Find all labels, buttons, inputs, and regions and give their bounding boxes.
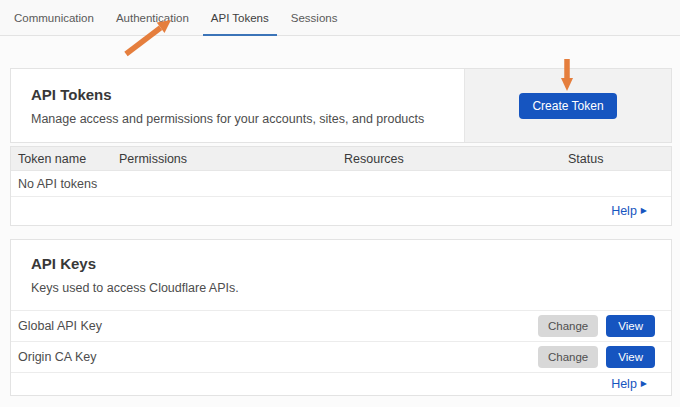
tab-authentication[interactable]: Authentication [108, 0, 197, 35]
key-name-label: Global API Key [18, 319, 538, 333]
api-keys-header: API Keys Keys used to access Cloudflare … [11, 240, 671, 310]
api-tokens-card: API Tokens Manage access and permissions… [10, 68, 672, 143]
api-tokens-subtitle: Manage access and permissions for your a… [31, 112, 444, 126]
column-header-token-name: Token name [18, 152, 119, 166]
change-origin-ca-key-button[interactable]: Change [538, 346, 598, 368]
key-name-label: Origin CA Key [18, 350, 538, 364]
api-tokens-card-text: API Tokens Manage access and permissions… [11, 69, 464, 142]
tokens-help-row: Help ▶ [11, 197, 671, 225]
keys-help-link[interactable]: Help ▶ [611, 377, 647, 391]
tokens-empty-message: No API tokens [18, 177, 97, 191]
tab-api-tokens[interactable]: API Tokens [203, 0, 277, 35]
column-header-status: Status [568, 152, 671, 166]
column-header-permissions: Permissions [119, 152, 344, 166]
column-header-resources: Resources [344, 152, 568, 166]
api-keys-title: API Keys [31, 255, 651, 272]
change-global-api-key-button[interactable]: Change [538, 315, 598, 337]
key-row-origin-ca-key: Origin CA Key Change View [11, 341, 671, 372]
tab-communication[interactable]: Communication [6, 0, 102, 35]
tokens-empty-row: No API tokens [11, 171, 671, 197]
create-token-panel: Create Token [464, 69, 671, 142]
tokens-table-header: Token name Permissions Resources Status [11, 147, 671, 171]
create-token-button[interactable]: Create Token [519, 93, 616, 119]
chevron-right-icon: ▶ [641, 380, 647, 388]
view-origin-ca-key-button[interactable]: View [606, 346, 655, 368]
tokens-table: Token name Permissions Resources Status … [10, 146, 672, 226]
api-keys-card: API Keys Keys used to access Cloudflare … [10, 239, 672, 396]
tab-sessions[interactable]: Sessions [283, 0, 346, 35]
api-tokens-title: API Tokens [31, 86, 444, 103]
help-label: Help [611, 377, 637, 391]
profile-tabs: Communication Authentication API Tokens … [0, 0, 680, 36]
view-global-api-key-button[interactable]: View [606, 315, 655, 337]
keys-help-row: Help ▶ [11, 372, 671, 395]
tokens-help-link[interactable]: Help ▶ [611, 204, 647, 218]
chevron-right-icon: ▶ [641, 207, 647, 215]
help-label: Help [611, 204, 637, 218]
api-keys-subtitle: Keys used to access Cloudflare APIs. [31, 281, 651, 295]
key-row-global-api-key: Global API Key Change View [11, 310, 671, 341]
